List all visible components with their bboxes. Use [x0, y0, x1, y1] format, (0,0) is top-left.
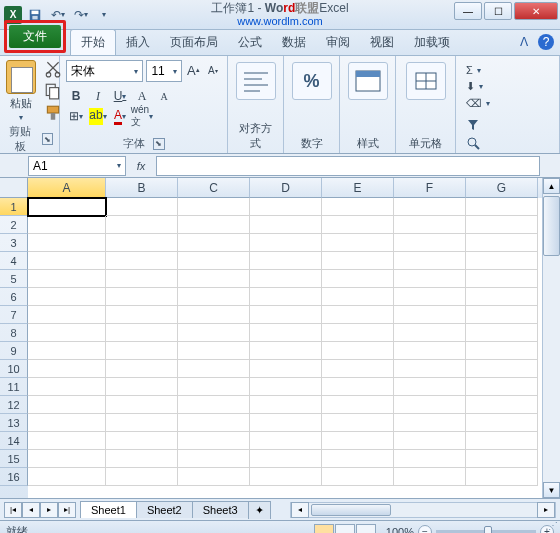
cell[interactable]: [394, 216, 466, 234]
cell[interactable]: [466, 396, 538, 414]
cell[interactable]: [394, 360, 466, 378]
cell[interactable]: [322, 306, 394, 324]
new-sheet-button[interactable]: ✦: [248, 501, 271, 519]
cell[interactable]: [466, 432, 538, 450]
cell[interactable]: [178, 288, 250, 306]
cell[interactable]: [250, 342, 322, 360]
cell[interactable]: [106, 270, 178, 288]
cell[interactable]: [178, 342, 250, 360]
cell[interactable]: [28, 378, 106, 396]
cell[interactable]: [394, 432, 466, 450]
cell[interactable]: [28, 468, 106, 486]
cell[interactable]: [28, 360, 106, 378]
fill-color-button[interactable]: ab▾: [88, 106, 108, 126]
tab-insert[interactable]: 插入: [116, 30, 160, 55]
cell[interactable]: [178, 270, 250, 288]
cell[interactable]: [394, 396, 466, 414]
row-header[interactable]: 6: [0, 288, 28, 306]
cell[interactable]: [394, 450, 466, 468]
row-header[interactable]: 11: [0, 378, 28, 396]
cell[interactable]: [28, 450, 106, 468]
cell[interactable]: [394, 468, 466, 486]
minimize-button[interactable]: —: [454, 2, 482, 20]
cell[interactable]: [322, 396, 394, 414]
cell[interactable]: [250, 324, 322, 342]
cell[interactable]: [394, 234, 466, 252]
sheet-tab-1[interactable]: Sheet1: [80, 501, 137, 518]
cell[interactable]: [394, 324, 466, 342]
cell[interactable]: [250, 198, 322, 216]
row-header[interactable]: 13: [0, 414, 28, 432]
cell[interactable]: [178, 306, 250, 324]
zoom-out-button[interactable]: −: [418, 525, 432, 534]
cell[interactable]: [322, 360, 394, 378]
cell[interactable]: [106, 288, 178, 306]
row-header[interactable]: 8: [0, 324, 28, 342]
cell[interactable]: [250, 432, 322, 450]
sort-filter-button[interactable]: [466, 118, 549, 132]
tab-review[interactable]: 审阅: [316, 30, 360, 55]
cell[interactable]: [466, 468, 538, 486]
view-page-break-button[interactable]: [356, 524, 376, 534]
cell[interactable]: [106, 468, 178, 486]
cell[interactable]: [28, 414, 106, 432]
next-sheet-button[interactable]: ▸: [40, 502, 58, 518]
tab-home[interactable]: 开始: [70, 29, 116, 55]
row-header[interactable]: 2: [0, 216, 28, 234]
cell[interactable]: [322, 216, 394, 234]
cell[interactable]: [394, 342, 466, 360]
scroll-right-button[interactable]: ▸: [537, 502, 555, 518]
sheet-tab-3[interactable]: Sheet3: [192, 501, 249, 518]
prev-sheet-button[interactable]: ◂: [22, 502, 40, 518]
shrink-font-button[interactable]: A▾: [205, 60, 221, 80]
cell[interactable]: [250, 252, 322, 270]
clear-button[interactable]: ⌫ ▾: [466, 97, 549, 110]
cell[interactable]: [178, 198, 250, 216]
vertical-scrollbar[interactable]: ▲ ▼: [542, 178, 560, 498]
cell[interactable]: [250, 450, 322, 468]
cell[interactable]: [28, 396, 106, 414]
cell[interactable]: [322, 378, 394, 396]
cell[interactable]: [466, 306, 538, 324]
cell[interactable]: [250, 360, 322, 378]
cell[interactable]: [250, 234, 322, 252]
cell[interactable]: [250, 270, 322, 288]
row-header[interactable]: 5: [0, 270, 28, 288]
border-button[interactable]: ⊞▾: [66, 106, 86, 126]
cell[interactable]: [178, 252, 250, 270]
redo-button[interactable]: ↷▾: [71, 5, 91, 25]
column-header[interactable]: A: [28, 178, 106, 198]
tab-addins[interactable]: 加载项: [404, 30, 460, 55]
font-launcher[interactable]: ⬊: [153, 138, 165, 150]
cell[interactable]: [466, 324, 538, 342]
cell[interactable]: [394, 198, 466, 216]
cell[interactable]: [28, 216, 106, 234]
cell[interactable]: [466, 378, 538, 396]
cell[interactable]: [250, 396, 322, 414]
cell[interactable]: [178, 216, 250, 234]
alignment-button[interactable]: [236, 62, 276, 100]
underline-button[interactable]: U▾: [110, 86, 130, 106]
cell[interactable]: [178, 378, 250, 396]
font-shrink-a[interactable]: A: [154, 86, 174, 106]
cell[interactable]: [250, 288, 322, 306]
cell[interactable]: [394, 288, 466, 306]
cell[interactable]: [322, 450, 394, 468]
formula-bar[interactable]: [156, 156, 540, 176]
cell[interactable]: [466, 216, 538, 234]
vscroll-thumb[interactable]: [543, 196, 560, 256]
last-sheet-button[interactable]: ▸|: [58, 502, 76, 518]
cell[interactable]: [28, 342, 106, 360]
fx-button[interactable]: fx: [132, 157, 150, 175]
cells-button[interactable]: [406, 62, 446, 100]
cell[interactable]: [106, 432, 178, 450]
cell[interactable]: [394, 270, 466, 288]
row-header[interactable]: 12: [0, 396, 28, 414]
column-header[interactable]: F: [394, 178, 466, 198]
cell[interactable]: [106, 252, 178, 270]
scroll-down-button[interactable]: ▼: [543, 482, 560, 498]
column-header[interactable]: G: [466, 178, 538, 198]
cell[interactable]: [28, 288, 106, 306]
cell[interactable]: [322, 288, 394, 306]
cell[interactable]: [106, 360, 178, 378]
